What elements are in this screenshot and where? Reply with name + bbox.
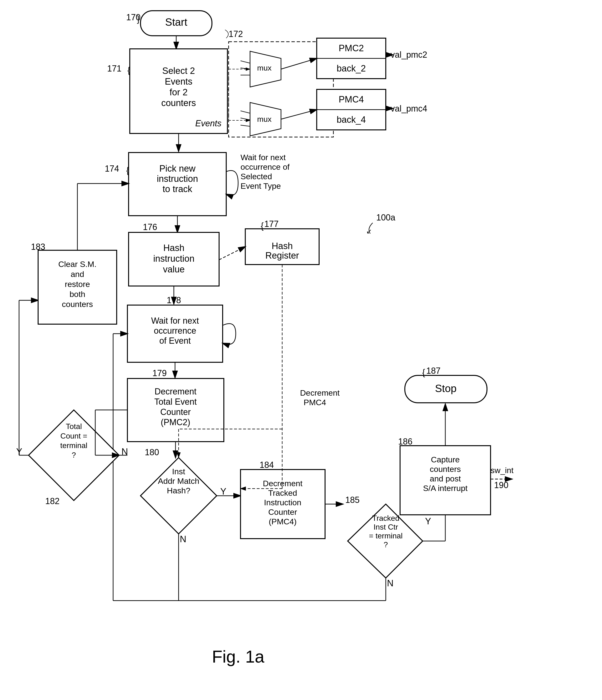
svg-text:back_4: back_4: [337, 115, 366, 125]
svg-text:Select 2: Select 2: [162, 66, 195, 76]
svg-text:Hash: Hash: [163, 243, 185, 253]
svg-marker-128: [29, 410, 119, 501]
svg-text:174: 174: [105, 164, 119, 174]
svg-text:Decrement: Decrement: [155, 386, 197, 396]
svg-text:{: {: [127, 65, 130, 75]
svg-text:(PMC4): (PMC4): [269, 517, 296, 526]
svg-line-41: [240, 68, 250, 69]
svg-text:Total Event: Total Event: [154, 397, 197, 407]
svg-text:Tracked: Tracked: [372, 514, 399, 522]
svg-text:Inst: Inst: [172, 467, 185, 476]
svg-rect-63: [245, 229, 319, 265]
svg-text:Events: Events: [195, 119, 221, 128]
svg-rect-124: [405, 375, 487, 403]
diagram-container: Start 170 } Select 2 Events for 2 counte…: [0, 0, 602, 700]
svg-text:for 2: for 2: [169, 87, 188, 97]
svg-text:176: 176: [143, 222, 157, 232]
svg-text:Decrement: Decrement: [300, 388, 340, 397]
svg-text:PMC4: PMC4: [339, 94, 364, 104]
svg-text:and post: and post: [430, 474, 461, 483]
svg-rect-114: [400, 446, 491, 515]
svg-text:179: 179: [152, 368, 167, 378]
svg-text:N: N: [180, 534, 186, 544]
svg-marker-16: [250, 51, 281, 87]
svg-line-68: [219, 247, 245, 260]
svg-rect-24: [317, 90, 386, 130]
svg-text:val_pmc2: val_pmc2: [391, 50, 427, 59]
svg-text:Stop: Stop: [435, 382, 457, 394]
svg-rect-143: [38, 250, 117, 324]
svg-rect-47: [129, 153, 226, 216]
svg-text:Register: Register: [265, 250, 299, 260]
svg-text:187: 187: [426, 366, 441, 376]
svg-text:mux: mux: [257, 64, 271, 72]
svg-rect-20: [317, 38, 386, 79]
svg-text:= terminal: = terminal: [369, 531, 402, 540]
svg-text:Pick new: Pick new: [159, 164, 196, 174]
svg-rect-58: [129, 232, 219, 286]
svg-text:counters: counters: [161, 98, 196, 108]
svg-text:{: {: [422, 368, 425, 377]
svg-line-31: [281, 110, 317, 119]
svg-text:170: 170: [126, 12, 140, 22]
svg-text:Decrement: Decrement: [263, 479, 303, 488]
svg-text:PMC2: PMC2: [339, 43, 364, 53]
svg-text:sw_int: sw_int: [491, 466, 514, 475]
svg-text:of Event: of Event: [159, 336, 191, 346]
svg-text:Addr Match: Addr Match: [158, 476, 199, 485]
svg-text:100a: 100a: [376, 212, 396, 222]
svg-text:Counter: Counter: [268, 507, 297, 517]
svg-text:Total: Total: [66, 422, 82, 431]
svg-text:Count =: Count =: [60, 432, 87, 440]
svg-text:S/A interrupt: S/A interrupt: [423, 483, 468, 493]
svg-text:mux: mux: [257, 115, 271, 123]
svg-text:PMC4: PMC4: [304, 398, 326, 407]
svg-marker-18: [250, 102, 281, 136]
svg-rect-7: [130, 49, 228, 133]
svg-rect-70: [127, 305, 223, 362]
svg-text:Wait for next: Wait for next: [240, 153, 286, 162]
svg-line-30: [281, 58, 317, 69]
svg-text:Y: Y: [220, 486, 226, 497]
svg-text:?: ?: [384, 540, 388, 549]
svg-text:177: 177: [264, 219, 279, 229]
svg-text:Y: Y: [425, 516, 431, 526]
svg-text:Tracked: Tracked: [268, 489, 297, 497]
svg-text:to track: to track: [163, 184, 193, 194]
svg-text:Counter: Counter: [160, 407, 191, 417]
svg-line-40: [240, 61, 250, 63]
svg-text:184: 184: [260, 460, 274, 470]
svg-text:Events: Events: [165, 76, 192, 86]
svg-text:occurrence: occurrence: [154, 326, 196, 335]
svg-text:183: 183: [31, 242, 45, 252]
svg-text:Hash?: Hash?: [167, 486, 190, 495]
svg-text:Wait for next: Wait for next: [151, 316, 199, 326]
svg-text:value: value: [163, 264, 185, 274]
svg-text:Inst Ctr: Inst Ctr: [373, 523, 398, 531]
svg-text:180: 180: [145, 447, 159, 457]
svg-text:{: {: [261, 221, 264, 231]
svg-marker-83: [140, 458, 217, 534]
svg-text:Selected: Selected: [240, 172, 272, 181]
svg-text:Hash: Hash: [272, 241, 293, 251]
svg-text:N: N: [122, 447, 128, 457]
svg-marker-99: [348, 504, 423, 578]
svg-text:restore: restore: [65, 280, 90, 289]
svg-text:190: 190: [494, 480, 508, 490]
svg-text:val_pmc4: val_pmc4: [391, 104, 427, 114]
svg-text:{: {: [126, 166, 129, 175]
svg-line-43: [240, 111, 250, 113]
svg-line-45: [240, 125, 250, 126]
svg-line-44: [240, 118, 250, 120]
svg-rect-14: [229, 42, 333, 137]
svg-text:Instruction: Instruction: [264, 498, 302, 507]
svg-text:185: 185: [345, 495, 360, 505]
svg-text:occurrence of: occurrence of: [240, 162, 290, 171]
svg-text:Clear S.M.: Clear S.M.: [58, 259, 97, 269]
svg-text:N: N: [387, 578, 393, 588]
svg-text:back_2: back_2: [337, 64, 366, 73]
svg-text:terminal: terminal: [60, 441, 87, 450]
svg-text:and: and: [71, 270, 84, 279]
svg-text:both: both: [70, 290, 85, 299]
svg-text:(PMC2): (PMC2): [161, 417, 190, 427]
